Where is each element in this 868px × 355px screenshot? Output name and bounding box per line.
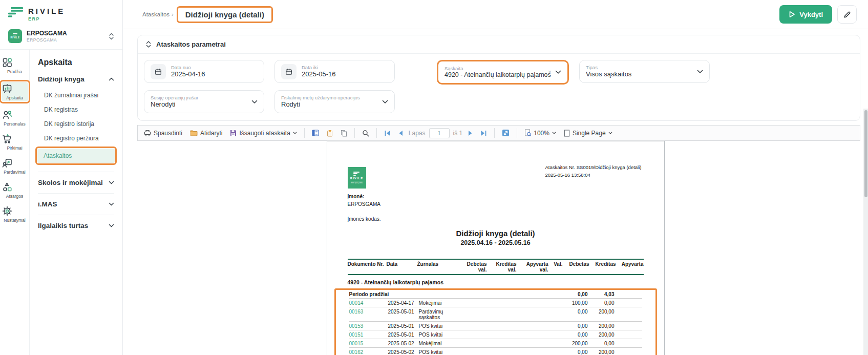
workspace-switch-icon[interactable] (109, 33, 114, 40)
chevron-down-icon (608, 132, 612, 134)
sidebar-body: Pradžia Apskaita (0, 49, 122, 355)
report-company: Įmonė: ERPOSGAMA (348, 193, 644, 208)
account-select[interactable]: Sąskaita 4920 - Ateinančių laikotarpių p… (438, 61, 567, 83)
gear-icon (2, 205, 28, 217)
opening-balance-row: Periodo pradžiai 0,00 4,03 (349, 290, 642, 299)
header-actions: Vykdyti (779, 5, 857, 24)
rivile-logo-icon (8, 7, 24, 19)
date-to-field[interactable]: Data iki 2025-05-16 (274, 60, 395, 83)
document-link[interactable]: 00162 (349, 349, 388, 355)
app-logo: RIVILE ERP (0, 0, 122, 25)
chevron-down-icon[interactable] (555, 70, 561, 74)
chevron-down-icon (552, 132, 556, 134)
open-button[interactable]: Atidaryti (188, 129, 224, 138)
zoom-value: 100% (534, 130, 549, 137)
dashboard-icon (2, 57, 28, 68)
view-mode-value: Single Page (573, 130, 606, 137)
accounting-menu: Apskaita Didžioji knyga DK žurnaliniai į… (30, 50, 122, 355)
chevron-down-icon (109, 224, 114, 227)
report-number: Ataskaitos Nr. SS0019/Didžioji knyga (de… (545, 164, 642, 172)
menu-heading: Apskaita (38, 58, 114, 67)
document-link[interactable]: 00153 (349, 323, 388, 329)
rail-item-pirkimai[interactable]: Pirkimai (2, 132, 28, 152)
folder-icon (190, 130, 198, 136)
rail-item-pradzia[interactable]: Pradžia (2, 56, 28, 75)
report-parameters-header[interactable]: Ataskaitos parametrai (138, 35, 860, 54)
rail-label: Atsargos (6, 194, 24, 199)
zoom-select[interactable]: 100% (522, 128, 558, 138)
menu-group-didzioji-knyga[interactable]: Didžioji knyga (38, 75, 114, 83)
fiscal-year-select[interactable]: Fiskalinių metų uždarymo operacijos Rody… (274, 90, 395, 113)
menu-divider (38, 215, 114, 215)
copy-icon (341, 130, 347, 137)
document-canvas[interactable]: RIVILE ERP pos | dms Ataskaitos Nr. SS00… (123, 141, 868, 355)
date-from-field[interactable]: Data nuo 2025-04-16 (144, 60, 264, 83)
menu-group-skolos[interactable]: Skolos ir mokėjimai (38, 179, 114, 186)
first-page-button[interactable] (382, 129, 393, 137)
previous-page-button[interactable] (396, 129, 405, 137)
run-button[interactable]: Vykdyti (779, 5, 832, 24)
chevron-up-icon (109, 77, 114, 81)
rail-item-atsargos[interactable]: Atsargos (2, 180, 28, 200)
fullscreen-button[interactable] (500, 128, 512, 138)
clear-icon[interactable]: × (548, 69, 552, 76)
menu-item-dk-registro-istorija[interactable]: DK registro istorija (38, 117, 114, 131)
rail-item-personalas[interactable]: Personalas (2, 108, 28, 128)
type-value: Visos sąskaitos (586, 70, 697, 78)
edit-button[interactable] (837, 5, 857, 24)
menu-group-label: Ilgalaikis turtas (38, 222, 88, 229)
toolbar-separator (376, 128, 377, 138)
parameters-panel-button[interactable] (325, 129, 335, 138)
inventory-icon (2, 181, 28, 193)
chevron-down-icon (251, 100, 258, 104)
rail-item-nustatymai[interactable]: Nustatymai (2, 204, 28, 224)
workspace-avatar: RIVILE (8, 29, 22, 43)
clipboard-icon (327, 130, 333, 137)
table-row: 00015 2025-05-02 Mokėjimai 200,00 0,00 (349, 339, 642, 348)
document-link[interactable]: 00014 (349, 300, 388, 306)
date-from-label: Data nuo (171, 65, 258, 70)
scrollbar-thumb[interactable] (864, 110, 867, 197)
menu-group-imas[interactable]: i.MAS (38, 200, 114, 208)
print-button[interactable]: Spausdinti (142, 129, 184, 138)
menu-group-ilgalaikis-turtas[interactable]: Ilgalaikis turtas (38, 222, 114, 229)
fiscal-year-value: Rodyti (281, 100, 382, 109)
main-area: Ataskaitos › Didžioji knyga (detali) Vyk… (123, 0, 868, 355)
account-label: Sąskaita (444, 66, 546, 71)
apskaita-highlight-box: Apskaita (0, 80, 30, 103)
document-link[interactable]: 00015 (349, 341, 388, 346)
page-number-input[interactable] (429, 128, 450, 138)
ataskaitos-highlight-box: Ataskaitos (35, 147, 117, 165)
menu-item-dk-registro-perziura[interactable]: DK registro peržiūra (38, 131, 114, 145)
workspace-selector[interactable]: RIVILE ERPOSGAMA ERPOSGAMA (0, 25, 122, 49)
page-title: Didžioji knyga (detali) (185, 10, 264, 19)
menu-item-dk-zurnaliniai-irasai[interactable]: DK žurnaliniai įrašai (38, 88, 114, 102)
view-mode-select[interactable]: Single Page (562, 129, 615, 138)
last-page-button[interactable] (478, 129, 489, 137)
next-page-button[interactable] (466, 129, 475, 137)
save-report-button[interactable]: Išsaugoti ataskaita (228, 129, 299, 138)
rail-item-pardavimai[interactable]: Pardavimai (2, 156, 28, 176)
menu-item-ataskaitos[interactable]: Ataskaitos (37, 149, 115, 163)
menu-item-dk-registras[interactable]: DK registras (38, 102, 114, 117)
report-logo: RIVILE ERP pos | dms (348, 167, 366, 189)
rail-item-apskaita[interactable]: Apskaita (2, 82, 28, 101)
report-title: Didžioji knyga (detali) (348, 229, 644, 238)
app-root: RIVILE ERP RIVILE ERPOSGAMA ERPOSGAMA (0, 0, 868, 355)
save-icon (230, 130, 237, 136)
breadcrumb[interactable]: Ataskaitos (142, 11, 170, 17)
calendar-icon (151, 64, 166, 79)
type-label: Tipas (586, 65, 697, 70)
open-label: Atidaryti (200, 130, 222, 137)
related-entries-select[interactable]: Susiję operacijų įrašai Nerodyti (144, 90, 264, 113)
document-link[interactable]: 00163 (349, 309, 388, 315)
single-page-icon (564, 130, 570, 137)
panel-icon (312, 130, 319, 136)
vertical-scrollbar[interactable] (863, 109, 868, 355)
copy-page-button[interactable] (338, 129, 349, 138)
bookmarks-panel-button[interactable] (310, 129, 321, 137)
chevron-down-icon (697, 70, 703, 74)
type-select[interactable]: Tipas Visos sąskaitos (579, 60, 710, 83)
document-link[interactable]: 00151 (349, 332, 388, 338)
search-button[interactable] (360, 129, 371, 138)
